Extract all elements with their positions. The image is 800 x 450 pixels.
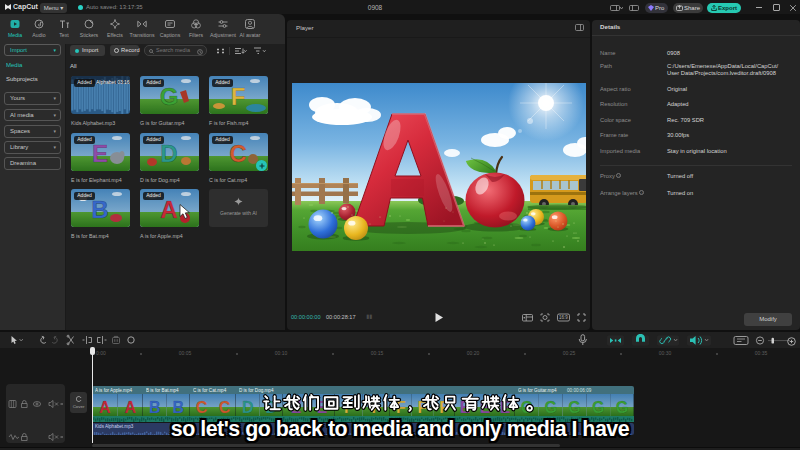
svg-text:16:9: 16:9 <box>559 315 568 320</box>
